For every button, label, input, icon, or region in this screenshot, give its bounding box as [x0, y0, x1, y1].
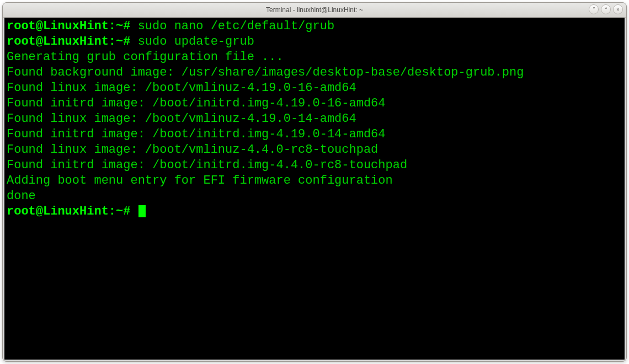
output-line: Found linux image: /boot/vmlinuz-4.19.0-… — [7, 81, 356, 95]
output-line: Found background image: /usr/share/image… — [7, 66, 524, 79]
terminal-area[interactable]: root@LinuxHint:~# sudo nano /etc/default… — [4, 18, 625, 360]
cursor-icon — [138, 205, 146, 217]
window-controls: ˅ ˄ × — [589, 4, 623, 14]
maximize-button[interactable]: ˄ — [601, 4, 611, 14]
close-button[interactable]: × — [613, 4, 623, 14]
output-line: done — [7, 189, 36, 203]
output-line: Found initrd image: /boot/initrd.img-4.1… — [7, 127, 386, 141]
output-line: Found initrd image: /boot/initrd.img-4.4… — [7, 158, 407, 172]
minimize-button[interactable]: ˅ — [589, 4, 599, 14]
command-line: sudo update-grub — [138, 35, 254, 49]
prompt: root@LinuxHint:~# — [7, 19, 138, 33]
output-line: Found linux image: /boot/vmlinuz-4.4.0-r… — [7, 143, 378, 157]
output-line: Generating grub configuration file ... — [7, 50, 284, 64]
titlebar[interactable]: Terminal - linuxhint@LinuxHint: ~ ˅ ˄ × — [3, 3, 626, 18]
terminal-window: Terminal - linuxhint@LinuxHint: ~ ˅ ˄ × … — [2, 2, 627, 362]
prompt: root@LinuxHint:~# — [7, 35, 138, 49]
output-line: Adding boot menu entry for EFI firmware … — [7, 174, 393, 188]
window-title: Terminal - linuxhint@LinuxHint: ~ — [3, 6, 626, 14]
command-line: sudo nano /etc/default/grub — [138, 19, 334, 33]
output-line: Found initrd image: /boot/initrd.img-4.1… — [7, 97, 386, 110]
output-line: Found linux image: /boot/vmlinuz-4.19.0-… — [7, 112, 356, 126]
prompt: root@LinuxHint:~# — [7, 205, 138, 218]
